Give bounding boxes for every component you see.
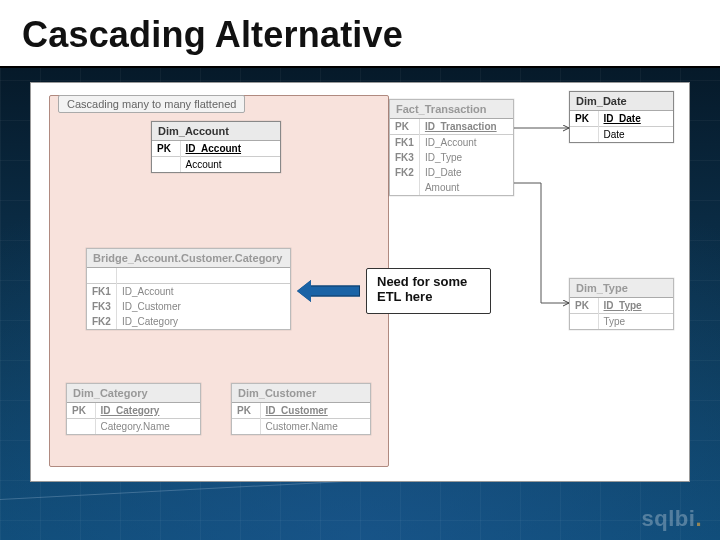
key-indicator bbox=[232, 419, 260, 435]
key-indicator: FK2 bbox=[87, 314, 116, 329]
key-indicator bbox=[152, 157, 180, 173]
logo-dot-icon: . bbox=[695, 506, 702, 531]
key-indicator: FK2 bbox=[390, 165, 419, 180]
col-name: Type bbox=[598, 314, 673, 330]
key-indicator: PK bbox=[67, 403, 95, 419]
col-name: ID_Customer bbox=[260, 403, 370, 419]
col-name bbox=[116, 268, 290, 284]
entity-dim-customer: Dim_Customer PKID_Customer Customer.Name bbox=[231, 383, 371, 435]
col-name: ID_Transaction bbox=[419, 119, 513, 135]
entity-title: Fact_Transaction bbox=[390, 100, 513, 119]
col-name: Account bbox=[180, 157, 280, 173]
col-name: ID_Customer bbox=[116, 299, 290, 314]
key-indicator: PK bbox=[152, 141, 180, 157]
key-indicator: FK1 bbox=[87, 284, 116, 300]
entity-dim-account: Dim_Account PKID_Account Account bbox=[151, 121, 281, 173]
col-name: Amount bbox=[419, 180, 513, 195]
logo-text: sqlbi bbox=[642, 506, 696, 531]
key-indicator: PK bbox=[390, 119, 419, 135]
slide-title: Cascading Alternative bbox=[22, 14, 698, 56]
col-name: Category.Name bbox=[95, 419, 200, 435]
entity-dim-date: Dim_Date PKID_Date Date bbox=[569, 91, 674, 143]
entity-title: Dim_Date bbox=[570, 92, 673, 111]
entity-title: Bridge_Account.Customer.Category bbox=[87, 249, 290, 268]
col-name: Customer.Name bbox=[260, 419, 370, 435]
key-indicator: PK bbox=[232, 403, 260, 419]
col-name: ID_Account bbox=[419, 135, 513, 151]
title-bar: Cascading Alternative bbox=[0, 0, 720, 68]
key-indicator bbox=[390, 180, 419, 195]
callout-etl: Need for some ETL here bbox=[366, 268, 491, 314]
entity-dim-category: Dim_Category PKID_Category Category.Name bbox=[66, 383, 201, 435]
col-name: ID_Account bbox=[116, 284, 290, 300]
key-indicator: FK3 bbox=[390, 150, 419, 165]
entity-title: Dim_Account bbox=[152, 122, 280, 141]
col-name: Date bbox=[598, 127, 673, 143]
entity-title: Dim_Category bbox=[67, 384, 200, 403]
col-name: ID_Type bbox=[598, 298, 673, 314]
slide-background: Cascading Alternative Ca bbox=[0, 0, 720, 540]
entity-title: Dim_Type bbox=[570, 279, 673, 298]
entity-dim-type: Dim_Type PKID_Type Type bbox=[569, 278, 674, 330]
col-name: ID_Type bbox=[419, 150, 513, 165]
col-name: ID_Date bbox=[419, 165, 513, 180]
entity-title: Dim_Customer bbox=[232, 384, 370, 403]
col-name: ID_Category bbox=[116, 314, 290, 329]
key-indicator: PK bbox=[570, 298, 598, 314]
col-name: ID_Category bbox=[95, 403, 200, 419]
callout-line2: ETL here bbox=[377, 289, 432, 304]
diagram-canvas: Cascading many to many flattened Dim_Acc… bbox=[30, 82, 690, 482]
col-name: ID_Date bbox=[598, 111, 673, 127]
callout-line1: Need for some bbox=[377, 274, 467, 289]
key-indicator bbox=[570, 127, 598, 143]
group-label: Cascading many to many flattened bbox=[58, 95, 245, 113]
key-indicator: FK3 bbox=[87, 299, 116, 314]
key-indicator bbox=[570, 314, 598, 330]
key-indicator: FK1 bbox=[390, 135, 419, 151]
arrow-icon bbox=[310, 285, 360, 296]
arrow-head-icon bbox=[297, 280, 311, 302]
key-indicator bbox=[87, 268, 116, 284]
logo-sqlbi: sqlbi. bbox=[642, 506, 702, 532]
col-name: ID_Account bbox=[180, 141, 280, 157]
entity-fact-transaction: Fact_Transaction PKID_Transaction FK1ID_… bbox=[389, 99, 514, 196]
key-indicator: PK bbox=[570, 111, 598, 127]
key-indicator bbox=[67, 419, 95, 435]
entity-bridge: Bridge_Account.Customer.Category FK1ID_A… bbox=[86, 248, 291, 330]
